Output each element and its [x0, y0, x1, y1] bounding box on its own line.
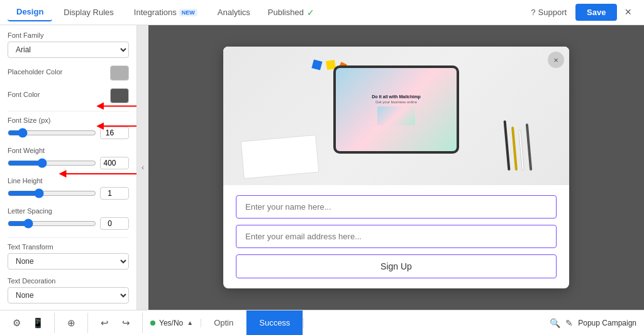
line-height-section: Line Height — [8, 177, 129, 200]
letter-spacing-slider-row — [8, 217, 129, 230]
tablet-deco: Do it all with Mailchimp Get your busine… — [333, 65, 459, 154]
redo-button[interactable]: ↪ — [116, 313, 136, 333]
settings-icon-button[interactable]: ⚙ — [6, 313, 26, 333]
bottom-bar: ⚙ 📱 ⊕ ↩ ↪ Yes/No ▲ Optin Success 🔍 ✎ Pop… — [0, 310, 644, 335]
text-decoration-label: Text Decoration — [8, 277, 129, 285]
font-color-label: Font Color — [8, 91, 40, 98]
tab-analytics[interactable]: Analytics — [209, 4, 259, 21]
campaign-name-label: Popup Campaign — [578, 319, 636, 327]
letter-spacing-section: Letter Spacing — [8, 207, 129, 230]
tablet-screen-graphic — [377, 106, 415, 125]
placeholder-color-swatch[interactable] — [110, 65, 129, 81]
font-weight-label: Font Weight — [8, 147, 129, 154]
publish-status-dot — [150, 321, 155, 326]
pen-black — [504, 120, 511, 171]
gear-icon: ⚙ — [13, 317, 21, 329]
bottom-left-icons: ⚙ 📱 — [0, 313, 55, 333]
line-height-input[interactable] — [100, 187, 129, 200]
new-badge: NEW — [179, 9, 197, 16]
font-family-label: Font Family — [8, 31, 129, 39]
pen-white — [519, 130, 525, 171]
text-transform-select[interactable]: None Uppercase Lowercase Capitalize — [8, 253, 129, 270]
font-family-section: Font Family Arial — [8, 31, 129, 58]
text-transform-label: Text Transform — [8, 243, 129, 251]
close-x-icon: × — [553, 55, 558, 65]
publish-section: Yes/No ▲ — [143, 319, 201, 327]
redo-icon: ↪ — [122, 317, 130, 329]
tablet-screen: Do it all with Mailchimp Get your busine… — [336, 68, 457, 151]
font-weight-section: Font Weight — [8, 147, 129, 169]
save-button[interactable]: Save — [575, 4, 617, 21]
popup-container: × Do it all with Mailchimp — [223, 47, 569, 288]
edit-campaign-icon[interactable]: ✎ — [565, 318, 573, 328]
preview-area: × Do it all with Mailchimp — [148, 25, 644, 310]
popup-image: Do it all with Mailchimp Get your busine… — [223, 47, 569, 185]
yes-no-label: Yes/No — [159, 319, 183, 327]
undo-button[interactable]: ↩ — [94, 313, 114, 333]
main-area: Font Family Arial Placeholder Color Font… — [0, 25, 644, 310]
popup-close-button[interactable]: × — [548, 52, 564, 68]
close-button[interactable]: × — [619, 3, 636, 21]
add-icon: ⊕ — [67, 317, 75, 329]
pen-dark — [526, 123, 533, 171]
tablet-screen-text: Get your business online — [375, 100, 417, 104]
tab-integrations[interactable]: Integrations NEW — [125, 4, 206, 21]
text-decoration-section: Text Decoration None Underline Overline … — [8, 277, 129, 304]
placeholder-color-label: Placeholder Color — [8, 68, 62, 76]
popup-image-inner: Do it all with Mailchimp Get your busine… — [223, 47, 569, 185]
search-icon[interactable]: 🔍 — [550, 318, 560, 328]
collapse-handle[interactable]: ‹ — [137, 25, 148, 310]
text-decoration-select[interactable]: None Underline Overline Line-through — [8, 287, 129, 304]
popup-form: Sign Up — [223, 185, 569, 288]
tablet-screen-title: Do it all with Mailchimp — [372, 94, 420, 99]
font-weight-slider[interactable] — [8, 158, 96, 168]
name-input[interactable] — [236, 195, 557, 219]
font-color-row: Font Color — [8, 88, 129, 103]
bottom-history-icons: ⊕ — [55, 313, 88, 333]
placeholder-color-row: Placeholder Color — [8, 65, 129, 81]
signup-button[interactable]: Sign Up — [236, 254, 557, 278]
font-weight-input[interactable] — [100, 157, 129, 169]
chevron-left-icon: ‹ — [142, 163, 144, 172]
letter-spacing-slider[interactable] — [8, 219, 96, 229]
font-weight-slider-row — [8, 157, 129, 169]
mobile-icon: 📱 — [32, 317, 44, 329]
line-height-slider[interactable] — [8, 188, 96, 198]
divider-2 — [8, 237, 129, 238]
undo-icon: ↩ — [101, 317, 109, 329]
line-height-label: Line Height — [8, 177, 129, 185]
support-button[interactable]: ? Support — [525, 4, 573, 21]
bottom-right: 🔍 ✎ Popup Campaign — [303, 318, 644, 328]
pen-gold — [511, 127, 518, 171]
success-tab[interactable]: Success — [247, 310, 303, 336]
optin-tab[interactable]: Optin — [201, 310, 247, 336]
mobile-icon-button[interactable]: 📱 — [28, 313, 48, 333]
font-size-slider[interactable] — [8, 128, 96, 138]
letter-spacing-label: Letter Spacing — [8, 207, 129, 215]
papers-deco — [241, 135, 319, 179]
left-panel: Font Family Arial Placeholder Color Font… — [0, 25, 137, 310]
yes-no-chevron-icon[interactable]: ▲ — [187, 319, 193, 326]
square-blue — [311, 59, 322, 70]
font-color-swatch[interactable] — [110, 88, 129, 103]
font-size-section: Font Size (px) — [8, 116, 129, 139]
font-size-input[interactable] — [100, 127, 129, 139]
email-input[interactable] — [236, 225, 557, 248]
undo-redo-section: ↩ ↪ — [88, 313, 143, 333]
divider-1 — [8, 111, 129, 111]
tab-design[interactable]: Design — [8, 3, 52, 21]
font-size-slider-row — [8, 127, 129, 139]
letter-spacing-input[interactable] — [100, 217, 129, 230]
page-tabs: Optin Success — [201, 310, 303, 336]
pens-deco — [504, 120, 531, 173]
published-check-icon: ✓ — [307, 8, 314, 18]
tab-published[interactable]: Published ✓ — [262, 4, 321, 21]
add-element-button[interactable]: ⊕ — [61, 313, 81, 333]
font-family-select[interactable]: Arial — [8, 42, 129, 58]
line-height-slider-row — [8, 187, 129, 200]
question-icon: ? — [531, 8, 535, 17]
tab-display-rules[interactable]: Display Rules — [55, 4, 122, 21]
top-navigation: Design Display Rules Integrations NEW An… — [0, 0, 644, 25]
font-size-label: Font Size (px) — [8, 116, 129, 124]
text-transform-section: Text Transform None Uppercase Lowercase … — [8, 243, 129, 270]
